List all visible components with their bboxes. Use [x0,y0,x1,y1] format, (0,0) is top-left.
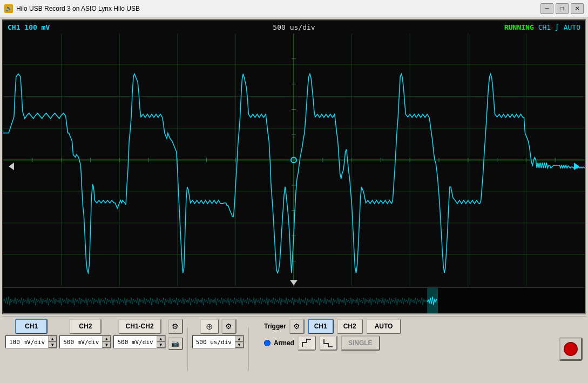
record-circle-icon [564,342,578,356]
ch1-value: 100 mV/div [6,338,48,347]
timebase-spinner-arrows: ▲ ▼ [235,336,244,348]
ch2-down-arrow[interactable]: ▼ [102,342,111,348]
oscilloscope-display: CH1 100 mV 500 us/div RUNNING CH1 ∫ AUTO [2,19,586,314]
window-title: Hilo USB Record 3 on ASIO Lynx Hilo USB [16,5,540,12]
trigger-label: Trigger [264,322,286,330]
ch2-spinner: 500 mV/div ▲ ▼ [59,335,111,348]
timebase-spinner: 500 us/div ▲ ▼ [192,335,244,348]
timebase-settings-button[interactable]: ⚙ [221,319,236,334]
trigger-settings-button[interactable]: ⚙ [289,319,305,334]
trigger-ch1-button[interactable]: CH1 [308,319,334,334]
trigger-bottom-row: Armed SINGLE [264,335,402,351]
ch2-button[interactable]: CH2 [69,319,102,334]
ch1-spinner: 100 mV/div ▲ ▼ [5,335,57,348]
ch1-down-arrow[interactable]: ▼ [48,342,57,348]
armed-indicator [264,340,271,346]
svg-marker-43 [9,163,14,170]
waveform-area [3,33,585,286]
trigger-section: Trigger ⚙ CH1 CH2 AUTO Armed [264,319,402,351]
timebase-group: ⊕ ⚙ 500 us/div ▲ ▼ [192,319,244,348]
ch1ch2-down-arrow[interactable]: ▼ [157,342,165,348]
restore-button[interactable]: □ [556,3,569,14]
ch1ch2-spinner: 500 mV/div ▲ ▼ [113,335,165,348]
running-status: RUNNING [504,23,534,31]
ch-settings-group: ⚙ 📷 [168,319,183,350]
camera-button[interactable]: 📷 [168,337,183,350]
ch1-up-arrow[interactable]: ▲ [48,336,57,342]
svg-marker-44 [574,163,579,170]
main-content: CH1 100 mV 500 us/div RUNNING CH1 ∫ AUTO [0,17,588,383]
ch1-button[interactable]: CH1 [15,319,48,334]
ch1-spinner-arrows: ▲ ▼ [48,336,57,348]
divider-2 [248,327,249,371]
timebase-label: 500 us/div [273,23,315,31]
timebase-value: 500 us/div [193,338,235,347]
record-button[interactable] [559,337,583,361]
minimize-button[interactable]: ─ [540,3,553,14]
window-controls: ─ □ ✕ [540,3,584,14]
svg-marker-46 [290,280,298,285]
trigger-auto-button[interactable]: AUTO [366,319,402,334]
close-button[interactable]: ✕ [571,3,584,14]
single-button[interactable]: SINGLE [341,335,380,351]
ch1-group: CH1 100 mV/div ▲ ▼ [5,319,57,348]
trigger-info: CH1 ∫ AUTO [538,23,580,31]
ch2-up-arrow[interactable]: ▲ [102,336,111,342]
ch2-group: CH2 500 mV/div ▲ ▼ [59,319,111,348]
timebase-down-arrow[interactable]: ▼ [235,342,244,348]
ch1ch2-value: 500 mV/div [114,338,156,347]
osc-status: RUNNING CH1 ∫ AUTO [504,23,580,31]
app-icon: 🔊 [4,4,13,13]
crosshair-button[interactable]: ⊕ [200,319,219,334]
osc-top-bar: CH1 100 mV 500 us/div RUNNING CH1 ∫ AUTO [3,21,585,33]
ch1ch2-button[interactable]: CH1-CH2 [118,319,161,334]
rise-slope-button[interactable] [298,335,316,351]
osc-canvas: CH1 100 mV 500 us/div RUNNING CH1 ∫ AUTO [3,21,585,313]
fall-slope-button[interactable] [319,335,337,351]
osc-buffer-view [3,287,585,313]
trigger-ch2-button[interactable]: CH2 [337,319,363,334]
title-bar: 🔊 Hilo USB Record 3 on ASIO Lynx Hilo US… [0,0,588,17]
ch1-label: CH1 100 mV [8,23,50,31]
ch-settings-button[interactable]: ⚙ [168,319,183,334]
ch1ch2-spinner-arrows: ▲ ▼ [157,336,165,348]
divider-1 [187,327,188,371]
trigger-top-row: Trigger ⚙ CH1 CH2 AUTO [264,319,402,334]
ch2-value: 500 mV/div [60,338,102,347]
timebase-up-arrow[interactable]: ▲ [235,336,244,342]
bottom-toolbar: CH1 100 mV/div ▲ ▼ CH2 500 mV/div ▲ ▼ [2,316,586,381]
ch1ch2-group: CH1-CH2 500 mV/div ▲ ▼ [113,319,165,348]
armed-label: Armed [274,339,294,347]
ch2-spinner-arrows: ▲ ▼ [102,336,111,348]
ch1ch2-up-arrow[interactable]: ▲ [157,336,165,342]
